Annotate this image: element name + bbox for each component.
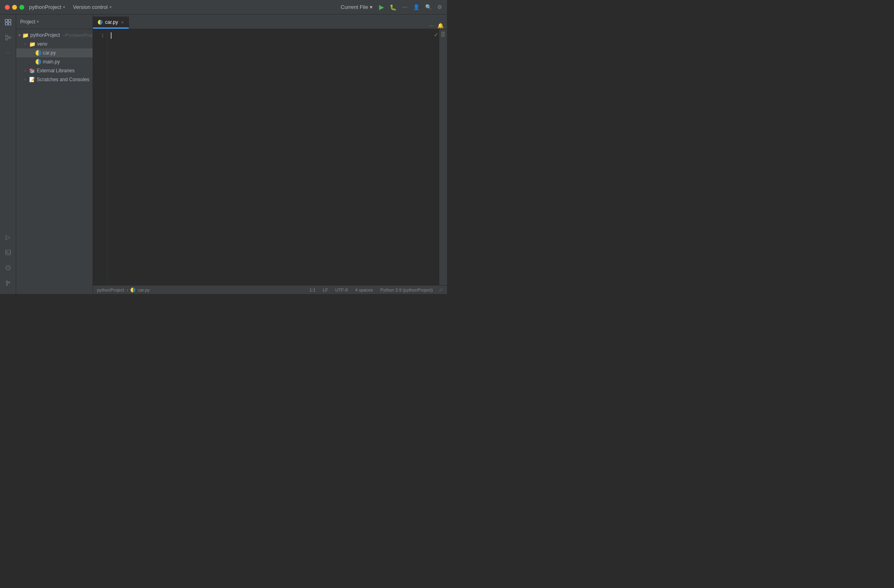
svg-point-6	[5, 38, 7, 40]
svg-point-14	[6, 281, 7, 282]
root-path: ~/PycharmProjects/	[62, 33, 93, 38]
status-bar-right: 1:1 LF UTF-8 4 spaces Python 3.9 (python…	[308, 287, 443, 293]
indent-setting[interactable]: 4 spaces	[354, 288, 374, 292]
editor-gutter: ✓	[433, 29, 439, 285]
run-tool-button[interactable]: ▷	[4, 233, 13, 242]
svg-point-15	[6, 284, 7, 286]
tab-car-py-label: car.py	[105, 19, 118, 25]
problems-tool-button[interactable]	[4, 263, 13, 272]
titlebar: pythonProject ▾ Version control ▾ Curren…	[0, 0, 447, 15]
structure-tool-button[interactable]	[4, 33, 13, 42]
minimize-button[interactable]	[12, 5, 17, 10]
venv-folder-icon: 📁	[29, 41, 36, 47]
tab-actions: ⋯ 🔔	[426, 23, 447, 29]
tab-bar: car.py × ⋯ 🔔	[93, 15, 447, 29]
project-panel-chevron: ▾	[37, 19, 39, 24]
status-bar: pythonProject › car.py 1:1 LF UTF-8 4 sp…	[93, 285, 447, 294]
tree-item-scratches[interactable]: › 📝 Scratches and Consoles	[16, 75, 93, 84]
vcs-menu[interactable]: Version control ▾	[73, 4, 112, 10]
maximize-button[interactable]	[19, 5, 24, 10]
svg-line-7	[7, 36, 8, 38]
settings-button[interactable]: ⚙	[437, 4, 442, 10]
tab-close-button[interactable]: ×	[121, 20, 124, 25]
ext-libs-icon: 📚	[29, 68, 35, 74]
line-ending[interactable]: LF	[322, 288, 329, 292]
right-sidebar-strip: 🗄	[439, 29, 447, 285]
status-bar-left: pythonProject › car.py	[97, 288, 150, 292]
main-container: ··· ▷	[0, 15, 447, 294]
car-py-icon	[36, 50, 41, 56]
project-chevron: ▾	[63, 5, 65, 9]
run-config-selector[interactable]: Current File ▾	[341, 4, 373, 10]
svg-rect-3	[8, 23, 11, 25]
venv-chevron-icon: ›	[23, 42, 27, 46]
status-file-name[interactable]: car.py	[138, 288, 150, 292]
ext-libs-chevron-icon: ›	[23, 68, 27, 73]
editor-area: car.py × ⋯ 🔔 1 ✓ 🗄	[93, 15, 447, 294]
code-editor[interactable]	[108, 29, 433, 285]
git-tool-button[interactable]	[4, 279, 13, 288]
text-cursor	[111, 32, 112, 39]
tree-item-root[interactable]: ▾ 📁 pythonProject ~/PycharmProjects/	[16, 31, 93, 40]
project-header-label: Project	[20, 19, 35, 25]
main-py-spacer	[29, 59, 34, 64]
current-file-label: Current File	[341, 4, 368, 10]
vcs-chevron: ▾	[110, 5, 112, 9]
project-tool-button[interactable]	[4, 18, 13, 27]
line-number-1: 1	[93, 32, 107, 40]
more-tool-windows-button[interactable]: ···	[4, 48, 13, 57]
venv-label: venv	[37, 41, 47, 47]
ext-libs-label: External Libraries	[37, 68, 74, 74]
root-folder-icon: 📁	[22, 32, 29, 38]
tree-item-main-py[interactable]: main.py	[16, 57, 93, 66]
tab-car-py[interactable]: car.py ×	[93, 17, 129, 29]
cursor-position[interactable]: 1:1	[308, 288, 316, 292]
editor-content: 1 ✓ 🗄	[93, 29, 447, 285]
project-panel-header[interactable]: Project ▾	[16, 15, 93, 29]
notification-button[interactable]: 🔔	[437, 23, 444, 29]
more-actions-button[interactable]: ⋯	[402, 4, 407, 10]
car-py-label: car.py	[43, 50, 56, 56]
main-py-label: main.py	[43, 59, 60, 65]
root-chevron-icon: ▾	[19, 33, 21, 38]
status-breadcrumb-sep: ›	[127, 288, 128, 292]
svg-point-5	[8, 37, 11, 39]
status-file-icon	[131, 288, 135, 292]
svg-rect-0	[5, 19, 8, 22]
account-button[interactable]: 👤	[413, 4, 420, 10]
svg-rect-2	[5, 23, 8, 25]
encoding[interactable]: UTF-8	[334, 288, 349, 292]
project-menu[interactable]: pythonProject ▾	[29, 4, 65, 10]
tree-item-venv[interactable]: › 📁 venv	[16, 40, 93, 48]
close-button[interactable]	[5, 5, 10, 10]
left-icon-strip: ··· ▷	[0, 15, 16, 294]
car-py-spacer	[29, 50, 34, 55]
terminal-tool-button[interactable]	[4, 248, 13, 257]
project-tree: ▾ 📁 pythonProject ~/PycharmProjects/ › 📁…	[16, 29, 93, 294]
project-name: pythonProject	[29, 4, 61, 10]
icon-strip-bottom: ▷	[4, 233, 13, 291]
run-config-chevron: ▾	[370, 4, 373, 10]
scratches-label: Scratches and Consoles	[37, 77, 89, 82]
svg-line-8	[7, 38, 8, 39]
tree-item-external-libs[interactable]: › 📚 External Libraries	[16, 66, 93, 75]
tree-item-car-py[interactable]: car.py	[16, 48, 93, 57]
tab-car-py-icon	[98, 20, 103, 25]
svg-point-13	[8, 269, 8, 269]
run-button[interactable]: ▶	[379, 3, 384, 11]
database-icon[interactable]: 🗄	[441, 32, 446, 38]
debug-button[interactable]: 🐛	[390, 4, 396, 10]
expand-window-icon[interactable]: ⤢	[439, 287, 443, 293]
python-interpreter[interactable]: Python 3.9 (pythonProject)	[379, 288, 434, 292]
no-errors-icon: ✓	[434, 32, 439, 38]
tab-more-button[interactable]: ⋯	[429, 23, 434, 29]
icon-strip-top: ···	[4, 18, 13, 57]
traffic-lights	[5, 5, 24, 10]
status-project-name[interactable]: pythonProject	[97, 288, 124, 292]
cursor-line	[111, 32, 430, 40]
main-py-icon	[36, 59, 41, 65]
vcs-label: Version control	[73, 4, 108, 10]
search-everywhere-button[interactable]: 🔍	[425, 4, 432, 10]
scratches-chevron-icon: ›	[23, 77, 27, 82]
titlebar-actions: ▶ 🐛 ⋯ 👤 🔍 ⚙	[379, 3, 442, 11]
